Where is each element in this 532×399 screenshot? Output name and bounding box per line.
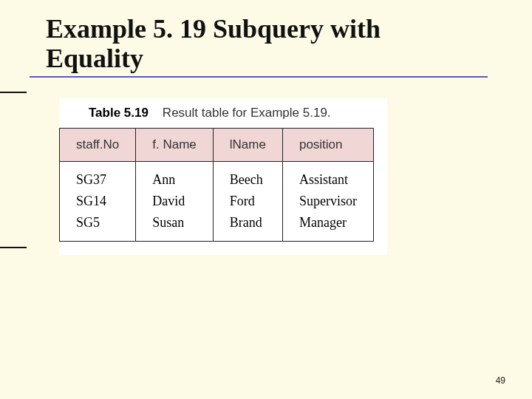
result-table: staff.No f. Name lName position SG37 Ann… — [59, 128, 374, 242]
cell-lname: Brand — [213, 212, 282, 242]
cell-staffno: SG37 — [60, 162, 136, 191]
cell-position: Assistant — [282, 162, 373, 191]
page-number: 49 — [496, 375, 505, 386]
cell-staffno: SG14 — [60, 191, 136, 212]
col-lname: lName — [213, 129, 282, 162]
title-line-2: Equality — [46, 44, 143, 73]
left-vertical-accent — [0, 92, 27, 248]
table-panel: Table 5.19 Result table for Example 5.19… — [59, 98, 387, 255]
rule-line — [30, 76, 488, 78]
cell-lname: Ford — [213, 191, 282, 212]
col-fname: f. Name — [136, 129, 214, 162]
table-row: SG5 Susan Brand Manager — [60, 212, 374, 242]
caption-text: Result table for Example 5.19. — [163, 106, 331, 120]
cell-fname: Ann — [136, 162, 214, 191]
col-position: position — [282, 129, 373, 162]
cell-position: Manager — [282, 212, 373, 242]
table-row: SG37 Ann Beech Assistant — [60, 162, 374, 191]
caption-bold: Table 5.19 — [89, 106, 149, 120]
cell-fname: David — [136, 191, 214, 212]
cell-staffno: SG5 — [60, 212, 136, 242]
table-caption: Table 5.19 Result table for Example 5.19… — [89, 106, 374, 120]
table-row: SG14 David Ford Supervisor — [60, 191, 374, 212]
slide: Example 5. 19 Subquery with Equality Tab… — [0, 0, 532, 399]
cell-position: Supervisor — [282, 191, 373, 212]
title-line-1: Example 5. 19 Subquery with — [46, 14, 381, 44]
title-rule — [30, 76, 488, 82]
table-header-row: staff.No f. Name lName position — [60, 129, 374, 162]
cell-fname: Susan — [136, 212, 214, 242]
col-staffno: staff.No — [60, 129, 136, 162]
cell-lname: Beech — [213, 162, 282, 191]
slide-title: Example 5. 19 Subquery with Equality — [46, 15, 488, 73]
